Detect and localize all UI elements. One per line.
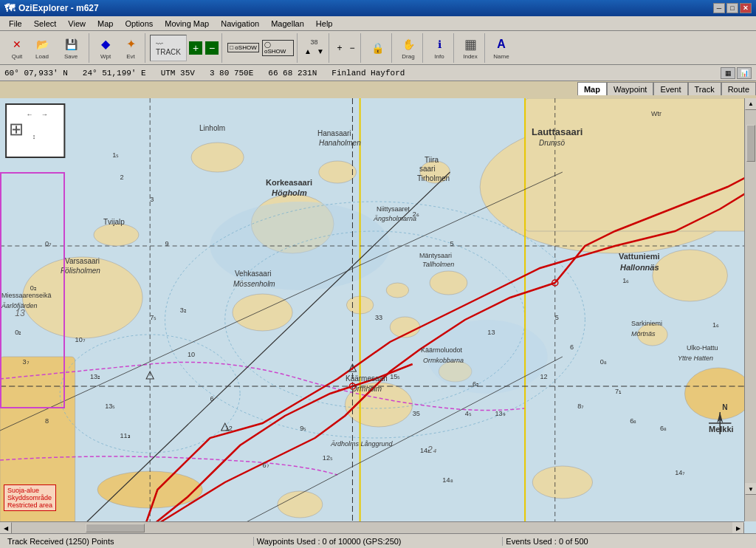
svg-text:13₅: 13₅ xyxy=(105,403,115,410)
quit-icon: ✕ xyxy=(9,36,25,52)
svg-text:9₅: 9₅ xyxy=(300,425,306,432)
svg-point-21 xyxy=(532,466,592,499)
svg-text:6₈: 6₈ xyxy=(630,417,636,425)
scroll-down-button[interactable]: ▼ xyxy=(745,483,756,495)
svg-text:7₅: 7₅ xyxy=(150,314,157,321)
svg-text:5: 5 xyxy=(450,240,454,247)
svg-text:6: 6 xyxy=(210,395,213,403)
info-icon: ℹ xyxy=(431,36,447,52)
index-button[interactable]: ▦ Index xyxy=(458,35,482,61)
toolbar-group-cross: + − xyxy=(331,33,361,63)
menu-map[interactable]: Map xyxy=(92,18,119,30)
save-button[interactable]: 💾 Save xyxy=(55,35,86,61)
coordbar: 60° 07,933' N 24° 51,199' E UTM 35V 3 80… xyxy=(0,65,756,81)
menu-moving-map[interactable]: Moving Map xyxy=(159,18,215,30)
menu-options[interactable]: Options xyxy=(119,18,159,30)
tab-track[interactable]: Track xyxy=(688,82,721,95)
info-button[interactable]: ℹ Info xyxy=(427,35,451,61)
utm-zone: UTM 35V xyxy=(161,69,195,78)
svg-point-91 xyxy=(94,224,139,246)
svg-point-20 xyxy=(278,491,323,518)
svg-point-3 xyxy=(319,161,357,183)
oshow1-icon: □ oSHOW xyxy=(227,43,258,52)
zoom-down-button[interactable]: ▼ xyxy=(315,46,326,58)
svg-text:12: 12 xyxy=(540,373,547,380)
quit-button[interactable]: ✕ Quit xyxy=(5,35,29,61)
svg-text:1₆: 1₆ xyxy=(622,277,629,284)
track-plus-button[interactable]: + xyxy=(188,41,203,55)
tab-event[interactable]: Event xyxy=(653,82,687,95)
load-button[interactable]: 📂 Load xyxy=(30,35,54,61)
svg-rect-15 xyxy=(525,98,756,231)
svg-text:→: → xyxy=(41,111,48,118)
scroll-right-button[interactable]: ▶ xyxy=(732,522,744,534)
wpt-icon: ◆ xyxy=(97,36,114,52)
svg-text:1₅: 1₅ xyxy=(112,151,119,159)
menu-help[interactable]: Help xyxy=(310,18,339,30)
status-events: Events Used : 0 of 500 xyxy=(503,537,752,546)
drag-button[interactable]: ✋ Drag xyxy=(396,35,420,61)
wpt-button[interactable]: ◆ Wpt xyxy=(94,35,117,61)
tab-route[interactable]: Route xyxy=(721,82,756,95)
track-minus-button[interactable]: − xyxy=(205,41,219,55)
scrollbar-vertical[interactable]: ▲ ▼ xyxy=(744,98,756,521)
scroll-thumb-v[interactable] xyxy=(746,125,755,162)
app-icon: 🗺 xyxy=(4,2,15,14)
svg-text:0₂: 0₂ xyxy=(15,329,21,336)
map-quality-icon2: 📊 xyxy=(737,67,752,79)
menu-magellan[interactable]: Magellan xyxy=(265,18,310,30)
menu-navigation[interactable]: Navigation xyxy=(215,18,265,30)
titlebar: 🗺 OziExplorer - m627 ─ □ ✕ xyxy=(0,0,756,16)
svg-text:10₇: 10₇ xyxy=(75,336,86,343)
maximize-button[interactable]: □ xyxy=(726,3,738,13)
scroll-thumb-h[interactable] xyxy=(86,524,145,532)
oshow2-button[interactable]: ◯ oSHOW xyxy=(261,35,295,61)
svg-text:33: 33 xyxy=(375,314,382,321)
menu-select[interactable]: Select xyxy=(28,18,63,30)
svg-point-16 xyxy=(653,250,728,301)
menu-view[interactable]: View xyxy=(62,18,92,30)
toolbar: ✕ Quit 📂 Load 💾 Save ◆ Wpt ✦ Evt 〰 TRACK… xyxy=(0,31,756,65)
evt-label: Evt xyxy=(126,53,135,60)
tab-waypoint[interactable]: Waypoint xyxy=(607,82,653,95)
toolbar-group-index: ▦ Index xyxy=(456,33,485,63)
tab-map[interactable]: Map xyxy=(577,82,607,95)
svg-text:14₇: 14₇ xyxy=(675,469,685,476)
oshow1-button[interactable]: □ oSHOW xyxy=(227,35,260,61)
minimize-button[interactable]: ─ xyxy=(713,3,725,13)
svg-text:↕: ↕ xyxy=(32,133,36,140)
toolbar-group-show: □ oSHOW ◯ oSHOW xyxy=(224,33,298,63)
map-svg: 1₅ 2 3 9 3₂ 10₇ 13₂ 13₅ 11₃ 7₅ 10 6 12 6… xyxy=(0,98,756,533)
evt-button[interactable]: ✦ Evt xyxy=(119,35,142,61)
svg-point-17 xyxy=(637,323,667,346)
svg-text:13₉: 13₉ xyxy=(495,410,505,417)
zoom-up-button[interactable]: ▲ xyxy=(302,46,314,58)
scroll-left-button[interactable]: ◀ xyxy=(0,522,12,534)
svg-text:9: 9 xyxy=(165,240,168,247)
svg-text:1₆: 1₆ xyxy=(712,321,719,329)
toolbar-group-track: 〰 TRACK + − xyxy=(148,33,222,63)
cross-minus-button[interactable]: − xyxy=(346,42,358,54)
wpt-label: Wpt xyxy=(100,53,111,60)
svg-text:0₇: 0₇ xyxy=(45,240,52,247)
svg-text:10: 10 xyxy=(188,351,195,358)
name-button[interactable]: A Name xyxy=(489,35,513,61)
track-button[interactable]: 〰 TRACK xyxy=(150,35,187,61)
name-icon: A xyxy=(493,36,509,52)
svg-point-2 xyxy=(191,143,244,172)
toolbar-group-lock: 🔒 xyxy=(363,33,392,63)
map-area[interactable]: 1₅ 2 3 9 3₂ 10₇ 13₂ 13₅ 11₃ 7₅ 10 6 12 6… xyxy=(0,98,756,533)
close-button[interactable]: ✕ xyxy=(740,3,752,13)
scroll-track-h[interactable] xyxy=(12,522,732,533)
svg-text:4₅: 4₅ xyxy=(465,410,472,417)
toolbar-group-file: ✕ Quit 📂 Load 💾 Save xyxy=(3,33,89,63)
scroll-up-button[interactable]: ▲ xyxy=(745,98,756,110)
svg-text:0₈: 0₈ xyxy=(600,358,607,366)
cross-plus-button[interactable]: + xyxy=(334,42,346,54)
scrollbar-horizontal[interactable]: ◀ ▶ xyxy=(0,521,744,533)
lock-button[interactable]: 🔒 xyxy=(365,35,389,61)
scroll-track-v[interactable] xyxy=(745,110,756,521)
save-icon: 💾 xyxy=(63,36,79,52)
svg-point-12 xyxy=(430,271,467,295)
menu-file[interactable]: File xyxy=(3,18,28,30)
